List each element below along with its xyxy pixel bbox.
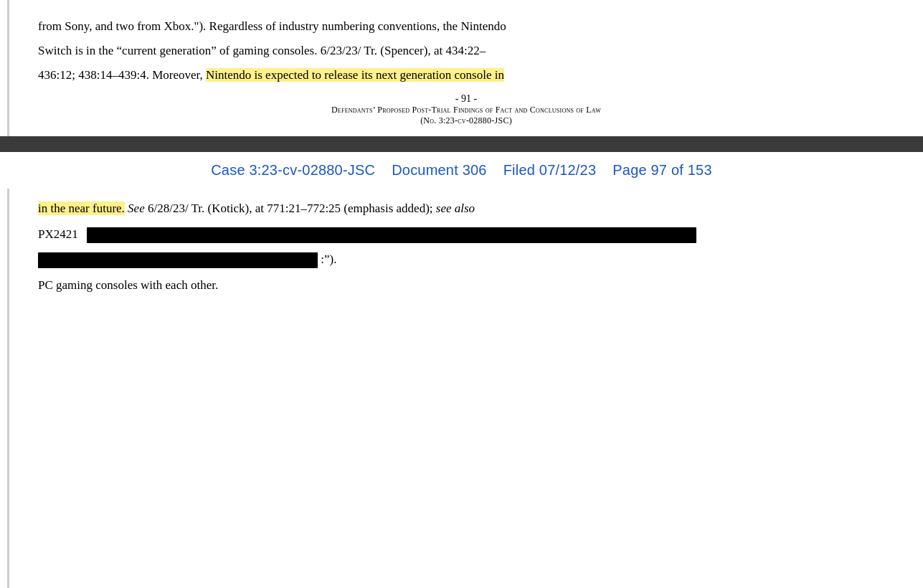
page-footer: - 91 - Defendants’ Proposed Post-Trial F… (38, 87, 894, 129)
doc-line-2: Switch is in the “current generation” of… (38, 39, 894, 63)
footer-caption-line1: Defendants’ Proposed Post-Trial Findings… (38, 105, 894, 115)
redacted-block-2 (38, 252, 318, 268)
case-header-section: Case 3:23-cv-02880-JSC Document 306 File… (0, 152, 923, 189)
partial-last-line: PC gaming consoles with each other. (38, 272, 894, 298)
dark-separator-bar (0, 136, 923, 152)
redacted-block-1 (87, 227, 696, 243)
bottom-document-section: in the near future. See 6/28/23/ Tr. (Ko… (7, 189, 923, 588)
highlighted-nintendo-text: Nintendo is expected to release its next… (206, 68, 504, 82)
footer-caption-line2: (No. 3:23-cv-02880-JSC) (38, 115, 894, 126)
bottom-text-line2: PX2421 (38, 222, 894, 247)
bottom-closing: :”). (321, 252, 336, 266)
doc-line-3: 436:12; 438:14–439:4. Moreover, Nintendo… (38, 63, 894, 87)
px-label: PX2421 (38, 227, 78, 241)
bottom-highlighted-text: in the near future. (38, 201, 125, 215)
bottom-text-line1: in the near future. See 6/28/23/ Tr. (Ko… (38, 196, 894, 222)
doc-line-1: from Sony, and two from Xbox."). Regardl… (38, 14, 894, 39)
case-header-text[interactable]: Case 3:23-cv-02880-JSC Document 306 File… (211, 162, 712, 178)
bottom-see-italic: See 6/28/23/ Tr. (Kotick), at 771:21–772… (128, 201, 475, 215)
doc-text-line1: from Sony, and two from Xbox."). Regardl… (38, 19, 506, 33)
doc-text-line2: Switch is in the “current generation” of… (38, 44, 486, 57)
partial-line-text: PC gaming consoles with each other. (38, 278, 218, 292)
page-container: from Sony, and two from Xbox."). Regardl… (0, 0, 923, 588)
page-number: - 91 - (38, 93, 894, 105)
bottom-text-line3: :”). (38, 247, 894, 272)
doc-text-line3-prefix: 436:12; 438:14–439:4. Moreover, (38, 68, 203, 82)
top-document-section: from Sony, and two from Xbox."). Regardl… (7, 0, 923, 136)
